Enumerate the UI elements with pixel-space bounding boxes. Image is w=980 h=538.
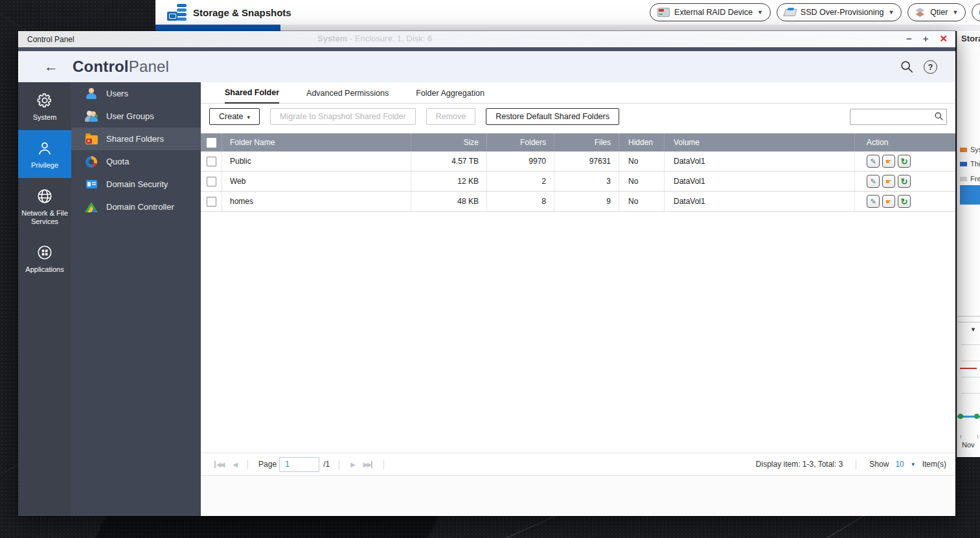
sidebar-item-network-file-services[interactable]: Network & File Services	[18, 178, 71, 234]
pill-label: Qtier	[930, 8, 948, 17]
axis-label: Nov	[962, 441, 975, 449]
legend-swatch-blue	[960, 162, 967, 166]
sidebar-item-user-groups[interactable]: User Groups	[71, 105, 201, 128]
migrate-button[interactable]: Migrate to Snapshot Shared Folder	[270, 108, 416, 125]
cell-size: 4.57 TB	[411, 151, 487, 171]
previous-page-button[interactable]: ◀	[233, 461, 236, 468]
sidebar-item-privilege[interactable]: Privilege	[18, 130, 71, 178]
edit-properties-button[interactable]: ✎	[867, 175, 880, 188]
permission-hand-icon: ☛	[885, 198, 892, 205]
last-page-button[interactable]: ▶▶	[363, 461, 372, 468]
user-groups-icon	[85, 110, 98, 123]
chart-red-line	[960, 368, 977, 369]
back-arrow-icon[interactable]: ←	[44, 58, 58, 75]
chart-gridline	[961, 344, 980, 345]
cell-size: 12 KB	[411, 172, 487, 191]
edit-permissions-button[interactable]: ☛	[882, 195, 895, 208]
row-checkbox[interactable]	[207, 157, 216, 166]
refresh-button[interactable]: ↻	[898, 195, 911, 208]
divider	[957, 316, 980, 317]
search-icon[interactable]	[900, 60, 914, 74]
minimize-button[interactable]: −	[906, 32, 912, 45]
chevron-down-icon[interactable]: ▼	[970, 326, 976, 333]
toolbar: Create▾ Migrate to Snapshot Shared Folde…	[201, 104, 955, 129]
search-input[interactable]	[850, 109, 947, 125]
legend-label: Thi	[970, 160, 980, 168]
window-titlebar[interactable]: Control Panel System - Enclosure: 1, Dis…	[18, 31, 955, 47]
edit-icon: ✎	[870, 178, 876, 185]
sidebar-item-label: System	[33, 113, 57, 122]
sidebar-item-domain-controller[interactable]: Domain Controller	[71, 196, 201, 218]
refresh-button[interactable]: ↻	[898, 175, 911, 188]
user-icon	[85, 87, 98, 100]
select-all-checkbox[interactable]	[207, 138, 216, 148]
page-number-input[interactable]	[279, 457, 319, 472]
tab-folder-aggregation[interactable]: Folder Aggregation	[416, 89, 484, 103]
chart-gridline	[961, 361, 980, 361]
app-identity: Storage & Snapshots	[155, 3, 291, 21]
close-button[interactable]: ✕	[939, 32, 948, 45]
sidebar-item-shared-folders[interactable]: < Shared Folders	[71, 128, 201, 150]
pagination-bar: ◀◀ ◀ Page /1 ▶ ▶▶ Display item: 1-3, Tot…	[201, 453, 955, 476]
column-header-action[interactable]: Action	[855, 133, 955, 151]
maximize-button[interactable]: +	[923, 32, 929, 45]
sidebar-item-label: Quota	[106, 157, 129, 166]
remove-button[interactable]: Remove	[426, 108, 476, 125]
row-checkbox[interactable]	[207, 197, 216, 207]
display-items-text: Display item: 1-3, Total: 3	[756, 460, 843, 469]
vjbod-button[interactable]: VJBOD	[972, 3, 980, 21]
domain-controller-icon	[85, 202, 98, 212]
column-header-folders[interactable]: Folders	[487, 133, 554, 151]
cell-hidden: No	[619, 151, 665, 171]
items-label: Item(s)	[922, 460, 946, 469]
edit-permissions-button[interactable]: ☛	[882, 175, 895, 188]
column-header-folder-name[interactable]: Folder Name	[222, 133, 411, 151]
axis-tick	[977, 435, 978, 438]
help-icon[interactable]: ?	[924, 60, 937, 74]
cell-volume: DataVol1	[665, 192, 855, 211]
occluded-dialog-title: System - Enclosure: 1, Disk: 6	[317, 34, 432, 43]
table-row[interactable]: homes 48 KB 8 9 No DataVol1 ✎ ☛ ↻	[201, 192, 955, 212]
sidebar-item-system[interactable]: System	[18, 82, 71, 130]
chevron-down-icon[interactable]: ▼	[911, 462, 916, 467]
tab-advanced-permissions[interactable]: Advanced Permissions	[306, 89, 389, 103]
chart-point	[974, 414, 979, 419]
app-toolbar-pills: External RAID Device ▼ SSD Over-Provisio…	[533, 3, 980, 21]
edit-properties-button[interactable]: ✎	[867, 195, 880, 208]
refresh-button[interactable]: ↻	[898, 155, 911, 168]
external-raid-device-button[interactable]: External RAID Device ▼	[650, 3, 771, 21]
legend-swatch-orange	[960, 148, 967, 152]
page-size-value[interactable]: 10	[895, 460, 904, 469]
chart-gridline	[961, 393, 980, 394]
raid-device-icon	[657, 8, 670, 17]
next-page-button[interactable]: ▶	[350, 461, 354, 468]
column-header-hidden[interactable]: Hidden	[619, 133, 665, 151]
table-row[interactable]: Web 12 KB 2 3 No DataVol1 ✎ ☛ ↻	[201, 172, 955, 192]
table-row[interactable]: Public 4.57 TB 9970 97631 No DataVol1 ✎ …	[201, 151, 955, 172]
restore-default-button[interactable]: Restore Default Shared Folders	[486, 108, 619, 125]
column-header-files[interactable]: Files	[554, 133, 619, 151]
permission-hand-icon: ☛	[885, 178, 892, 185]
ssd-over-provisioning-button[interactable]: SSD Over-Provisioning ▼	[777, 3, 902, 21]
legend-item: Thi	[960, 160, 980, 168]
create-button[interactable]: Create▾	[209, 108, 260, 125]
refresh-icon: ↻	[901, 157, 908, 166]
search-icon[interactable]	[934, 111, 944, 121]
sidebar-item-users[interactable]: Users	[71, 82, 201, 105]
row-checkbox[interactable]	[207, 177, 216, 186]
sidebar-item-label: Users	[106, 89, 128, 98]
cell-files: 3	[554, 172, 619, 191]
sidebar-item-domain-security[interactable]: Domain Security	[71, 173, 201, 196]
column-header-volume[interactable]: Volume	[665, 133, 855, 151]
sidebar-item-applications[interactable]: Applications	[18, 234, 71, 282]
edit-properties-button[interactable]: ✎	[867, 155, 880, 168]
sidebar-item-label: Network & File Services	[19, 209, 70, 226]
column-header-size[interactable]: Size	[411, 133, 487, 151]
edit-permissions-button[interactable]: ☛	[882, 155, 895, 168]
qtier-button[interactable]: Qtier ▼	[907, 3, 966, 21]
button-label: Create	[219, 112, 244, 121]
first-page-button[interactable]: ◀◀	[214, 461, 223, 468]
shared-folder-icon: <	[85, 135, 98, 144]
sidebar-item-quota[interactable]: Quota	[71, 150, 201, 173]
tab-shared-folder[interactable]: Shared Folder	[225, 88, 279, 104]
